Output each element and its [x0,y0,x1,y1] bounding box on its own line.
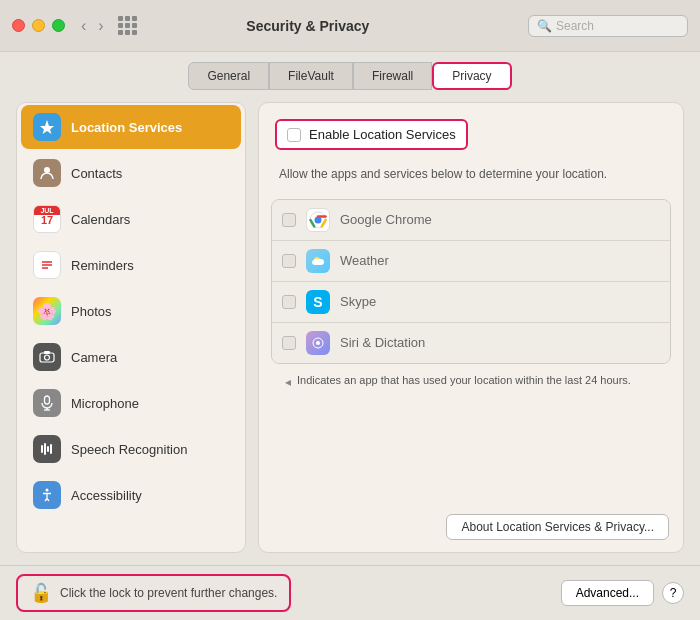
svg-rect-7 [45,396,50,404]
accessibility-label: Accessibility [71,488,142,503]
sidebar-item-microphone[interactable]: Microphone [21,381,241,425]
contacts-label: Contacts [71,166,122,181]
app-row-skype[interactable]: S Skype [272,282,670,323]
skype-checkbox[interactable] [282,295,296,309]
photos-label: Photos [71,304,111,319]
reminders-icon [33,251,61,279]
svg-rect-11 [44,443,46,455]
app-list: Google Chrome Weather [271,199,671,364]
svg-point-17 [315,217,321,223]
svg-rect-12 [47,446,49,452]
main-content: Location Services Contacts JUL 17 Calend… [0,90,700,565]
microphone-icon [33,389,61,417]
photos-icon: 🌸 [33,297,61,325]
tab-general[interactable]: General [188,62,269,90]
bottom-right: Advanced... ? [561,580,684,606]
location-note: ◂ Indicates an app that has used your lo… [271,364,671,399]
panel-bottom: About Location Services & Privacy... [259,506,683,552]
enable-location-checkbox[interactable] [287,128,301,142]
svg-rect-10 [41,445,43,453]
camera-label: Camera [71,350,117,365]
tab-privacy[interactable]: Privacy [432,62,511,90]
search-icon: 🔍 [537,19,552,33]
location-arrow-icon: ◂ [285,375,291,389]
panel-description: Allow the apps and services below to det… [279,166,667,183]
reminders-label: Reminders [71,258,134,273]
weather-checkbox[interactable] [282,254,296,268]
minimize-button[interactable] [32,19,45,32]
calendars-icon: JUL 17 [33,205,61,233]
search-box[interactable]: 🔍 [528,15,688,37]
calendars-label: Calendars [71,212,130,227]
sidebar-item-reminders[interactable]: Reminders [21,243,241,287]
svg-point-20 [316,341,320,345]
skype-icon: S [306,290,330,314]
enable-location-label: Enable Location Services [309,127,456,142]
svg-point-0 [44,167,50,173]
sidebar-item-camera[interactable]: Camera [21,335,241,379]
app-list-container: Google Chrome Weather [259,199,683,506]
sidebar-item-accessibility[interactable]: Accessibility [21,473,241,517]
siri-dictation-name: Siri & Dictation [340,335,425,350]
siri-dictation-checkbox[interactable] [282,336,296,350]
sidebar-item-photos[interactable]: 🌸 Photos [21,289,241,333]
lock-section[interactable]: 🔓 Click the lock to prevent further chan… [16,574,291,612]
weather-name: Weather [340,253,389,268]
search-input[interactable] [556,19,679,33]
camera-icon [33,343,61,371]
right-panel: Enable Location Services Allow the apps … [258,102,684,553]
sidebar: Location Services Contacts JUL 17 Calend… [16,102,246,553]
advanced-button[interactable]: Advanced... [561,580,654,606]
about-location-services-button[interactable]: About Location Services & Privacy... [446,514,669,540]
enable-location-row[interactable]: Enable Location Services [275,119,468,150]
help-button[interactable]: ? [662,582,684,604]
microphone-label: Microphone [71,396,139,411]
speech-recognition-icon [33,435,61,463]
sidebar-item-location-services[interactable]: Location Services [21,105,241,149]
siri-dictation-icon [306,331,330,355]
contacts-icon [33,159,61,187]
speech-recognition-label: Speech Recognition [71,442,187,457]
svg-point-5 [45,355,50,360]
title-bar: ‹ › Security & Privacy 🔍 [0,0,700,52]
tab-filevault[interactable]: FileVault [269,62,353,90]
sidebar-item-speech-recognition[interactable]: Speech Recognition [21,427,241,471]
lock-icon: 🔓 [30,582,52,604]
google-chrome-checkbox[interactable] [282,213,296,227]
tabs-bar: General FileVault Firewall Privacy [0,52,700,90]
lock-text: Click the lock to prevent further change… [60,586,277,600]
location-services-icon [33,113,61,141]
svg-rect-13 [50,444,52,454]
app-row-weather[interactable]: Weather [272,241,670,282]
svg-rect-6 [44,351,50,354]
close-button[interactable] [12,19,25,32]
svg-point-14 [46,489,49,492]
location-services-label: Location Services [71,120,182,135]
traffic-lights [12,19,65,32]
google-chrome-icon [306,208,330,232]
app-row-google-chrome[interactable]: Google Chrome [272,200,670,241]
window-title: Security & Privacy [88,18,528,34]
location-note-text: Indicates an app that has used your loca… [297,374,631,386]
weather-icon [306,249,330,273]
sidebar-item-calendars[interactable]: JUL 17 Calendars [21,197,241,241]
skype-name: Skype [340,294,376,309]
sidebar-item-contacts[interactable]: Contacts [21,151,241,195]
google-chrome-name: Google Chrome [340,212,432,227]
tab-firewall[interactable]: Firewall [353,62,432,90]
app-row-siri-dictation[interactable]: Siri & Dictation [272,323,670,363]
zoom-button[interactable] [52,19,65,32]
accessibility-icon [33,481,61,509]
panel-top: Enable Location Services Allow the apps … [259,103,683,199]
svg-rect-4 [40,353,54,362]
bottom-bar: 🔓 Click the lock to prevent further chan… [0,565,700,620]
